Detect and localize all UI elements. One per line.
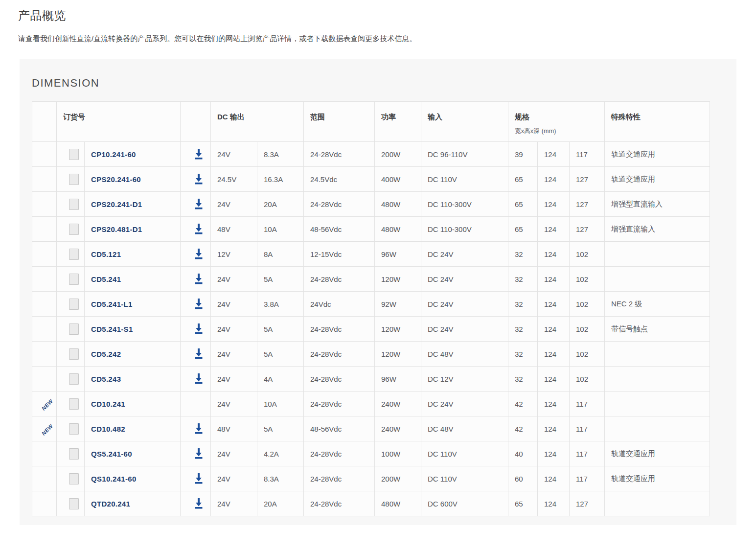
download-icon[interactable] bbox=[194, 199, 204, 209]
checkbox-cell bbox=[57, 392, 85, 416]
width-cell: 65 bbox=[508, 491, 538, 516]
voltage-cell: 12V bbox=[211, 242, 257, 267]
product-link[interactable]: CD5.241 bbox=[91, 275, 121, 283]
download-icon[interactable] bbox=[194, 348, 204, 359]
row-checkbox[interactable] bbox=[69, 398, 79, 410]
input-cell: DC 600V bbox=[421, 491, 508, 516]
row-checkbox[interactable] bbox=[69, 199, 79, 210]
table-row: QS10.241-6024V8.3A24-28Vdc200WDC 110V601… bbox=[32, 466, 710, 491]
row-checkbox[interactable] bbox=[69, 373, 79, 385]
checkbox-cell bbox=[57, 217, 85, 242]
current-cell: 8.3A bbox=[257, 466, 304, 491]
download-icon[interactable] bbox=[194, 299, 204, 309]
table-row: CD5.241-S124V5A24-28Vdc120WDC 24V3212410… bbox=[32, 317, 710, 342]
voltage-cell: 24V bbox=[211, 192, 257, 217]
height-cell: 124 bbox=[538, 267, 570, 292]
download-icon[interactable] bbox=[194, 174, 204, 184]
height-cell: 124 bbox=[538, 192, 570, 217]
download-icon[interactable] bbox=[194, 473, 204, 484]
product-link[interactable]: CPS20.241-60 bbox=[91, 175, 141, 184]
range-cell: 24-28Vdc bbox=[304, 317, 375, 342]
range-cell: 24-28Vdc bbox=[304, 267, 375, 292]
row-checkbox[interactable] bbox=[69, 174, 79, 185]
row-checkbox[interactable] bbox=[69, 224, 79, 235]
product-link[interactable]: CPS20.481-D1 bbox=[91, 225, 142, 233]
voltage-cell: 24V bbox=[211, 292, 257, 317]
row-checkbox[interactable] bbox=[69, 323, 79, 335]
table-row: CD5.24224V5A24-28Vdc120WDC 48V32124102 bbox=[32, 342, 710, 367]
height-cell: 124 bbox=[538, 167, 570, 192]
height-cell: 124 bbox=[538, 441, 570, 466]
product-link[interactable]: QS5.241-60 bbox=[91, 450, 132, 458]
new-cell bbox=[32, 466, 57, 491]
page-title: 产品概览 bbox=[18, 8, 756, 23]
current-cell: 4.2A bbox=[257, 441, 304, 466]
product-link[interactable]: CPS20.241-D1 bbox=[91, 200, 142, 208]
download-icon[interactable] bbox=[194, 423, 204, 434]
input-cell: DC 110-300V bbox=[421, 217, 508, 242]
current-cell: 5A bbox=[257, 342, 304, 367]
current-cell: 8A bbox=[257, 242, 304, 267]
voltage-cell: 24V bbox=[211, 466, 257, 491]
product-link[interactable]: CD10.241 bbox=[91, 400, 125, 408]
download-icon[interactable] bbox=[194, 323, 204, 334]
product-link[interactable]: QTD20.241 bbox=[91, 500, 130, 508]
range-cell: 24-28Vdc bbox=[304, 192, 375, 217]
download-icon[interactable] bbox=[194, 224, 204, 234]
height-cell: 124 bbox=[538, 292, 570, 317]
width-cell: 32 bbox=[508, 342, 538, 367]
voltage-cell: 24V bbox=[211, 342, 257, 367]
row-checkbox[interactable] bbox=[69, 498, 79, 509]
download-icon[interactable] bbox=[194, 249, 204, 259]
product-name-cell: CD5.241-L1 bbox=[85, 292, 181, 317]
download-icon[interactable] bbox=[194, 448, 204, 459]
checkbox-cell bbox=[57, 367, 85, 392]
download-icon[interactable] bbox=[194, 149, 204, 160]
new-cell bbox=[32, 142, 57, 167]
power-cell: 200W bbox=[375, 142, 421, 167]
product-link[interactable]: CD5.242 bbox=[91, 350, 121, 358]
row-checkbox[interactable] bbox=[69, 274, 79, 285]
depth-cell: 127 bbox=[570, 217, 605, 242]
row-checkbox[interactable] bbox=[69, 149, 79, 160]
header-range: 范围 bbox=[304, 102, 375, 142]
row-checkbox[interactable] bbox=[69, 299, 79, 310]
download-icon[interactable] bbox=[194, 373, 204, 384]
row-checkbox[interactable] bbox=[69, 348, 79, 360]
new-cell bbox=[32, 317, 57, 342]
features-cell bbox=[605, 392, 710, 416]
row-checkbox[interactable] bbox=[69, 249, 79, 260]
input-cell: DC 12V bbox=[421, 367, 508, 392]
product-name-cell: CD5.242 bbox=[85, 342, 181, 367]
range-cell: 24-28Vdc bbox=[304, 142, 375, 167]
power-cell: 400W bbox=[375, 167, 421, 192]
checkbox-cell bbox=[57, 441, 85, 466]
width-cell: 32 bbox=[508, 317, 538, 342]
product-link[interactable]: CD5.121 bbox=[91, 250, 121, 258]
row-checkbox[interactable] bbox=[69, 423, 79, 435]
product-link[interactable]: CD5.241-L1 bbox=[91, 300, 133, 308]
header-power: 功率 bbox=[375, 102, 421, 142]
product-link[interactable]: CD5.241-S1 bbox=[91, 325, 133, 333]
range-cell: 12-15Vdc bbox=[304, 242, 375, 267]
row-checkbox[interactable] bbox=[69, 448, 79, 460]
download-icon[interactable] bbox=[194, 498, 204, 509]
download-cell bbox=[181, 217, 211, 242]
row-checkbox[interactable] bbox=[69, 473, 79, 484]
product-link[interactable]: CD10.482 bbox=[91, 425, 125, 433]
download-icon[interactable] bbox=[194, 274, 204, 284]
input-cell: DC 24V bbox=[421, 292, 508, 317]
power-cell: 100W bbox=[375, 441, 421, 466]
product-link[interactable]: CP10.241-60 bbox=[91, 150, 136, 159]
product-link[interactable]: CD5.243 bbox=[91, 375, 121, 383]
current-cell: 3.8A bbox=[257, 292, 304, 317]
features-cell bbox=[605, 342, 710, 367]
product-link[interactable]: QS10.241-60 bbox=[91, 475, 137, 483]
features-cell bbox=[605, 267, 710, 292]
height-cell: 124 bbox=[538, 242, 570, 267]
checkbox-cell bbox=[57, 242, 85, 267]
download-cell bbox=[181, 342, 211, 367]
product-table: 订货号 DC 输出 范围 功率 输入 规格 宽x高x深 (mm) 特殊特性 CP… bbox=[32, 101, 710, 516]
product-name-cell: QS5.241-60 bbox=[85, 441, 181, 466]
checkbox-cell bbox=[57, 142, 85, 167]
